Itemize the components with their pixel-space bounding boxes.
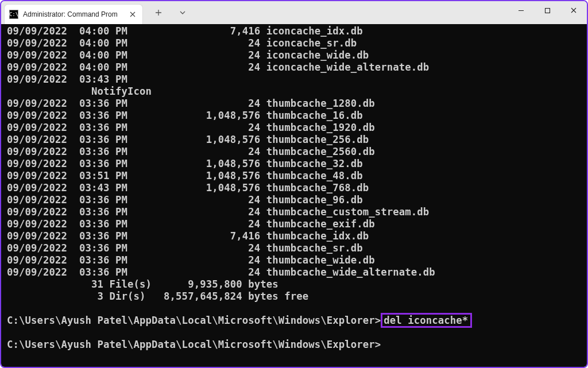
svg-rect-0 bbox=[545, 8, 550, 13]
list-row: 09/09/2022 03:36 PM 24 thumbcache_custom… bbox=[7, 206, 429, 218]
app-window: C:\ Administrator: Command Prom bbox=[0, 0, 588, 368]
list-row: 09/09/2022 03:36 PM 1,048,576 thumbcache… bbox=[7, 134, 369, 145]
tab-title: Administrator: Command Prom bbox=[23, 10, 123, 18]
list-row: 09/09/2022 03:36 PM 24 thumbcache_1280.d… bbox=[7, 98, 375, 109]
typed-command: del iconcache* bbox=[381, 313, 472, 328]
cmd-icon: C:\ bbox=[9, 10, 18, 19]
terminal-output[interactable]: 09/09/2022 04:00 PM 7,416 iconcache_idx.… bbox=[1, 24, 587, 367]
list-row: 09/09/2022 03:36 PM 24 thumbcache_1920.d… bbox=[7, 122, 375, 133]
titlebar-spacer[interactable] bbox=[196, 1, 508, 24]
title-bar[interactable]: C:\ Administrator: Command Prom bbox=[1, 1, 587, 24]
prompt-line[interactable]: C:\Users\Ayush Patel\AppData\Local\Micro… bbox=[7, 315, 472, 326]
prompt-line[interactable]: C:\Users\Ayush Patel\AppData\Local\Micro… bbox=[7, 339, 381, 350]
list-row: 09/09/2022 03:36 PM 24 thumbcache_wide.d… bbox=[7, 254, 375, 266]
list-row: 09/09/2022 03:36 PM 1,048,576 thumbcache… bbox=[7, 158, 363, 169]
new-tab-button[interactable] bbox=[150, 5, 167, 21]
list-row: 09/09/2022 03:43 PM 1,048,576 thumbcache… bbox=[7, 182, 369, 193]
minimize-button[interactable] bbox=[508, 1, 534, 20]
list-row: 09/09/2022 03:36 PM 1,048,576 thumbcache… bbox=[7, 110, 363, 121]
list-row: 09/09/2022 04:00 PM 24 iconcache_sr.db bbox=[7, 37, 357, 49]
tab-active[interactable]: C:\ Administrator: Command Prom bbox=[5, 5, 142, 24]
summary-files: 31 File(s) 9,935,800 bytes bbox=[7, 278, 278, 290]
list-row: 09/09/2022 03:36 PM 24 thumbcache_exif.d… bbox=[7, 218, 375, 230]
tab-actions bbox=[142, 1, 196, 24]
list-row: 09/09/2022 03:36 PM 24 thumbcache_96.db bbox=[7, 194, 363, 206]
tab-dropdown-button[interactable] bbox=[175, 5, 191, 21]
list-row: 09/09/2022 03:36 PM 7,416 thumbcache_idx… bbox=[7, 230, 369, 242]
close-tab-button[interactable] bbox=[127, 9, 138, 20]
summary-dirs: 3 Dir(s) 8,557,645,824 bytes free bbox=[7, 290, 308, 302]
list-row: 09/09/2022 04:00 PM 24 iconcache_wide_al… bbox=[7, 61, 429, 73]
list-row: 09/09/2022 04:00 PM 7,416 iconcache_idx.… bbox=[7, 25, 363, 37]
close-window-button[interactable] bbox=[560, 1, 587, 20]
list-row: 09/09/2022 03:51 PM 1,048,576 thumbcache… bbox=[7, 170, 363, 181]
maximize-button[interactable] bbox=[534, 1, 560, 20]
list-row: 09/09/2022 03:36 PM 24 thumbcache_sr.db bbox=[7, 242, 363, 254]
list-row: 09/09/2022 03:43 PM NotifyIcon 09/09/202… bbox=[7, 73, 587, 351]
list-row: 09/09/2022 04:00 PM 24 iconcache_wide.db bbox=[7, 49, 369, 61]
list-row: 09/09/2022 03:36 PM 24 thumbcache_2560.d… bbox=[7, 146, 375, 157]
list-row: 09/09/2022 03:36 PM 24 thumbcache_wide_a… bbox=[7, 266, 435, 278]
window-controls bbox=[508, 1, 587, 24]
